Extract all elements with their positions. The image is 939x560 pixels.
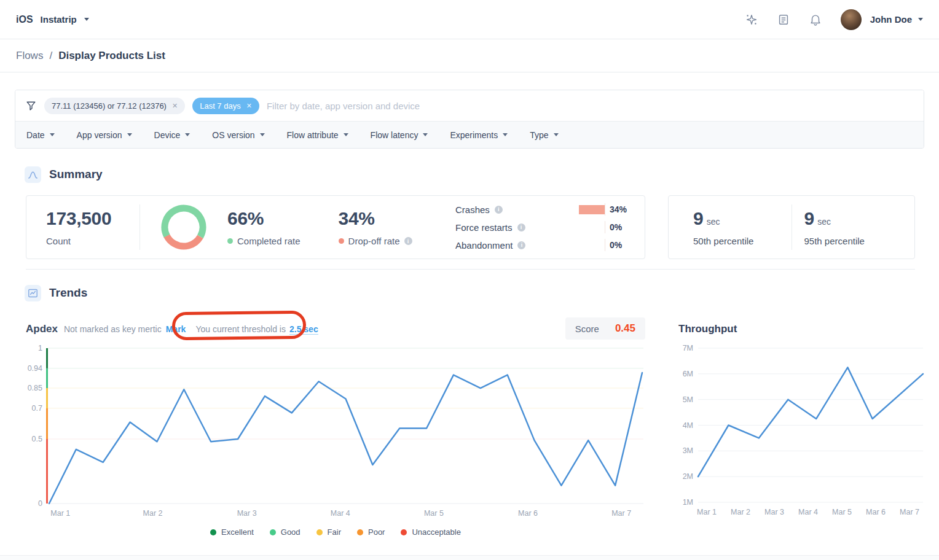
svg-text:1: 1 — [38, 344, 42, 352]
filter-dropdown-row: Date App version Device OS version Flow … — [15, 121, 924, 148]
filter-dropdown[interactable]: Device — [154, 130, 191, 140]
failure-rate-row: Force restarts 0% — [455, 221, 630, 233]
p50-unit: sec — [707, 217, 720, 227]
apdex-note: Not marked as key mertic — [64, 324, 162, 334]
apdex-meta-row: Apdex Not marked as key mertic Mark You … — [26, 317, 645, 341]
svg-text:Mar 4: Mar 4 — [331, 509, 350, 518]
chevron-down-icon — [918, 18, 923, 21]
legend-item: Fair — [316, 527, 341, 537]
chevron-down-icon — [344, 133, 348, 136]
svg-text:2M: 2M — [683, 472, 693, 481]
chevron-down-icon — [185, 133, 190, 136]
user-menu[interactable]: John Doe — [841, 9, 923, 30]
trends-body: Apdex Not marked as key mertic Mark You … — [26, 317, 924, 537]
svg-text:0.5: 0.5 — [32, 435, 42, 443]
app-switcher[interactable]: iOS Instatrip — [16, 14, 89, 25]
svg-text:Mar 3: Mar 3 — [237, 509, 257, 518]
section-divider — [26, 269, 915, 270]
chevron-down-icon — [554, 133, 559, 136]
page-title: Display Products List — [58, 50, 165, 62]
summary-cards: 173,500 Count 66% Completed rate 34% Dro… — [26, 195, 915, 259]
throughput-title: Throughput — [677, 317, 933, 341]
info-icon[interactable] — [404, 237, 412, 245]
apdex-panel: Apdex Not marked as key mertic Mark You … — [26, 317, 645, 537]
completion-donut-chart — [161, 204, 206, 250]
count-value: 173,500 — [46, 208, 139, 229]
legend-dot-icon — [316, 529, 323, 535]
legend-dot-icon — [401, 529, 407, 535]
svg-text:Mar 2: Mar 2 — [143, 509, 163, 518]
svg-text:Mar 6: Mar 6 — [866, 508, 886, 516]
filter-dropdown[interactable]: Type — [530, 130, 558, 140]
apdex-chart-svg: 10.940.850.70.50Mar 1Mar 2Mar 3Mar 4Mar … — [26, 341, 645, 520]
filter-dropdown[interactable]: Experiments — [450, 130, 508, 140]
p95-stat: 9sec 95th percentile — [792, 208, 903, 246]
chevron-down-icon — [84, 18, 89, 21]
platform-label: iOS — [16, 14, 33, 25]
dropoff-value: 34% — [339, 208, 412, 229]
footer-strip — [0, 555, 939, 560]
sparkle-icon[interactable] — [745, 13, 758, 26]
score-label: Score — [575, 324, 599, 334]
trends-chart-icon — [25, 285, 41, 301]
threshold-value-link[interactable]: 2.5 sec — [289, 324, 318, 335]
filter-row: 77.11 (123456) or 77.12 (12376) ✕ Last 7… — [15, 90, 924, 121]
divider — [139, 204, 140, 250]
info-icon[interactable] — [517, 241, 525, 249]
chevron-down-icon — [503, 133, 508, 136]
filter-search-input[interactable] — [267, 101, 914, 111]
filter-dropdown[interactable]: Flow latency — [371, 130, 428, 140]
completed-dot — [227, 238, 233, 244]
p95-label: 95th percentile — [804, 236, 903, 246]
avatar — [841, 9, 862, 30]
top-bar: iOS Instatrip — [0, 0, 939, 39]
info-icon[interactable] — [495, 206, 503, 214]
p50-stat: 9sec 50th percentile — [681, 208, 792, 246]
chevron-down-icon — [260, 133, 265, 136]
breadcrumb-separator: / — [49, 50, 52, 62]
chevron-down-icon — [423, 133, 428, 136]
chevron-down-icon — [127, 133, 132, 136]
filter-dropdown[interactable]: Flow attribute — [287, 130, 348, 140]
legend-item: Excellent — [210, 527, 254, 537]
svg-text:3M: 3M — [683, 446, 693, 455]
close-icon[interactable]: ✕ — [172, 103, 178, 109]
filter-chip-date[interactable]: Last 7 days ✕ — [192, 98, 259, 114]
filter-chip-versions[interactable]: 77.11 (123456) or 77.12 (12376) ✕ — [44, 98, 185, 114]
svg-text:Mar 4: Mar 4 — [798, 508, 818, 516]
apdex-legend: Excellent Good Fair Poor Unacceptable — [26, 527, 645, 537]
filter-dropdown[interactable]: App version — [77, 130, 132, 140]
legend-dot-icon — [210, 529, 216, 535]
completed-value: 66% — [227, 208, 301, 229]
legend-item: Poor — [357, 527, 385, 537]
mark-key-metric-link[interactable]: Mark — [166, 324, 186, 334]
filter-chip-versions-label: 77.11 (123456) or 77.12 (12376) — [52, 101, 167, 111]
breadcrumb-flows[interactable]: Flows — [16, 50, 43, 62]
summary-main-card: 173,500 Count 66% Completed rate 34% Dro… — [26, 195, 645, 259]
top-bar-actions: John Doe — [745, 9, 923, 30]
svg-text:0.7: 0.7 — [32, 404, 42, 413]
trends-header: Trends — [25, 284, 939, 301]
release-notes-icon[interactable] — [777, 13, 790, 26]
close-icon[interactable]: ✕ — [246, 103, 252, 109]
percentile-card: 9sec 50th percentile 9sec 95th percentil… — [668, 195, 915, 259]
filter-dropdown[interactable]: Date — [26, 130, 55, 140]
svg-text:6M: 6M — [683, 370, 693, 378]
svg-text:Mar 1: Mar 1 — [697, 508, 717, 516]
dropoff-dot — [339, 238, 344, 244]
info-icon[interactable] — [517, 224, 525, 231]
svg-text:Mar 2: Mar 2 — [731, 508, 750, 516]
user-name: John Doe — [870, 14, 912, 25]
svg-text:7M: 7M — [683, 344, 693, 352]
svg-text:Mar 5: Mar 5 — [424, 509, 444, 518]
notifications-bell-icon[interactable] — [809, 13, 822, 26]
summary-header: Summary — [25, 166, 939, 183]
filter-dropdown[interactable]: OS version — [212, 130, 264, 140]
app-root: iOS Instatrip — [0, 0, 939, 560]
p95-unit: sec — [817, 217, 831, 227]
p50-label: 50th percentile — [693, 236, 792, 246]
dropoff-label: Drop-off rate — [348, 236, 400, 246]
failure-rate-row: Abandonment 0% — [455, 239, 630, 251]
svg-text:4M: 4M — [683, 421, 693, 430]
p50-value: 9 — [693, 208, 704, 228]
